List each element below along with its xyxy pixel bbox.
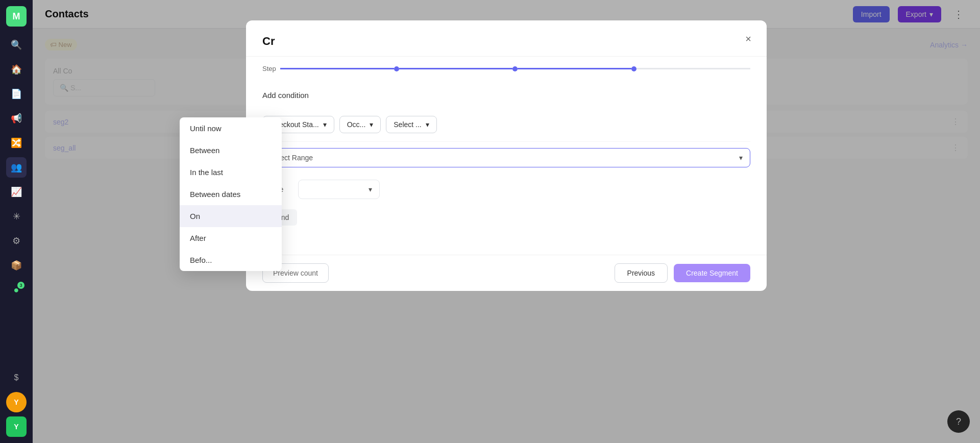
step-dot-1 bbox=[394, 66, 399, 71]
select-range-select[interactable]: Select Range ▾ bbox=[262, 148, 750, 167]
step-line-3 bbox=[518, 68, 631, 69]
dropdown-menu: Until now Between In the last Between da… bbox=[180, 117, 282, 271]
modal-body: Add condition Checkout Sta... ▾ Occ... ▾… bbox=[246, 81, 767, 255]
sidebar-item-badge[interactable]: ● bbox=[6, 280, 27, 300]
condition-row: Checkout Sta... ▾ Occ... ▾ Select ... ▾ bbox=[262, 108, 750, 142]
create-segment-button[interactable]: Create Segment bbox=[674, 264, 750, 282]
select-dropdown[interactable]: Select ... ▾ bbox=[386, 116, 436, 133]
sidebar-item-chart[interactable]: 📈 bbox=[6, 182, 27, 202]
and-row: + And 🗑 bbox=[262, 205, 750, 244]
sidebar-item-asterisk[interactable]: ✳ bbox=[6, 206, 27, 227]
dropdown-item-between[interactable]: Between bbox=[180, 139, 282, 161]
modal-overlay: × Cr Step Add condition bbox=[33, 0, 980, 443]
modal-header: Cr bbox=[246, 20, 767, 57]
sidebar-item-box[interactable]: 📦 bbox=[6, 255, 27, 276]
sidebar-item-search[interactable]: 🔍 bbox=[6, 35, 27, 55]
previous-button[interactable]: Previous bbox=[615, 263, 668, 283]
sidebar-bottom: $ Y Y bbox=[6, 367, 27, 437]
modal: × Cr Step Add condition bbox=[246, 20, 767, 291]
step-line-2 bbox=[399, 68, 513, 69]
dropdown-item-until-now[interactable]: Until now bbox=[180, 117, 282, 139]
main-content: Contacts Import Export ▾ ⋮ 🏷 New Analyti… bbox=[33, 0, 980, 443]
dropdown-item-before[interactable]: Befo... bbox=[180, 249, 282, 271]
step-dot-3 bbox=[631, 66, 636, 71]
step-line-4 bbox=[636, 68, 750, 69]
dropdown-item-between-dates[interactable]: Between dates bbox=[180, 183, 282, 205]
sidebar-item-reports[interactable]: 📄 bbox=[6, 84, 27, 104]
close-button[interactable]: × bbox=[740, 31, 756, 47]
dropdown-item-in-the-last[interactable]: In the last bbox=[180, 161, 282, 183]
step-indicator: Step bbox=[246, 57, 767, 81]
where-select[interactable]: ▾ bbox=[298, 180, 380, 199]
occurrence-select[interactable]: Occ... ▾ bbox=[339, 116, 381, 133]
sidebar-item-dollar[interactable]: $ bbox=[6, 367, 27, 388]
modal-footer: Preview count Previous Create Segment bbox=[246, 255, 767, 291]
sidebar-item-settings[interactable]: ⚙ bbox=[6, 231, 27, 251]
sidebar-item-shuffle[interactable]: 🔀 bbox=[6, 133, 27, 153]
modal-title: Cr bbox=[262, 35, 275, 47]
select-range-row: Select Range ▾ bbox=[262, 142, 750, 174]
sidebar-item-home[interactable]: 🏠 bbox=[6, 59, 27, 80]
sidebar-logo[interactable]: M bbox=[6, 6, 27, 27]
sidebar: M 🔍 🏠 📄 📢 🔀 👥 📈 ✳ ⚙ 📦 ● $ Y Y bbox=[0, 0, 33, 443]
dropdown-item-after[interactable]: After bbox=[180, 227, 282, 249]
sidebar-item-megaphone[interactable]: 📢 bbox=[6, 108, 27, 129]
step-dot-2 bbox=[512, 66, 518, 71]
dropdown-item-on[interactable]: On bbox=[180, 205, 282, 227]
step-line-1 bbox=[280, 68, 394, 69]
add-condition-label: Add condition bbox=[262, 91, 750, 100]
where-row: Where ▾ bbox=[262, 174, 750, 205]
sidebar-avatar2[interactable]: Y bbox=[6, 416, 27, 437]
sidebar-avatar[interactable]: Y bbox=[6, 392, 27, 412]
sidebar-item-contacts[interactable]: 👥 bbox=[6, 157, 27, 178]
